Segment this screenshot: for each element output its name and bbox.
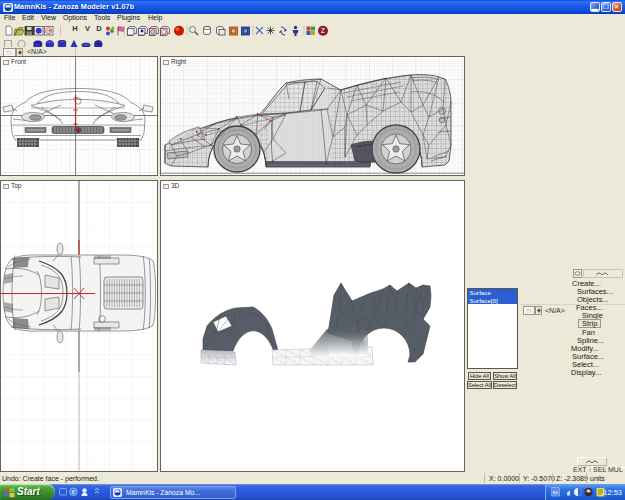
svg-text:sv: sv [552, 489, 558, 495]
svg-text:e: e [72, 488, 76, 495]
svg-text:Z: Z [321, 27, 326, 34]
